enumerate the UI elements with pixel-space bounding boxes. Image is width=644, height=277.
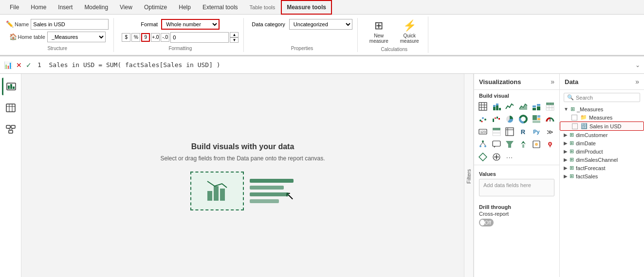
formula-close-btn[interactable]: ✕ (16, 61, 22, 69)
tree-item-dimproduct[interactable]: ▶ ⊞ dimProduct (560, 147, 644, 156)
currency-btn[interactable]: $ (122, 33, 130, 42)
values-label: Values (479, 171, 554, 177)
viz-icon-diamond[interactable] (477, 151, 489, 163)
build-visual-label: Build visual (474, 90, 559, 101)
tab-optimize[interactable]: Optimize (138, 0, 173, 15)
svg-rect-24 (496, 104, 498, 105)
data-panel-expand-btn[interactable]: » (635, 78, 639, 86)
formatting-group: Format Whole number $ % 9 +.0 -.0 ▲ ▼ (120, 18, 244, 52)
viz-icon-funnel[interactable] (504, 138, 515, 150)
tree-chevron-measures: ▼ (564, 106, 569, 112)
viz-icon-waterfall[interactable] (491, 113, 502, 125)
formula-check-btn[interactable]: ✓ (26, 61, 32, 69)
viz-icon-scatter[interactable] (477, 113, 489, 125)
data-category-dropdown[interactable]: Uncategorized (289, 19, 352, 30)
svg-rect-65 (493, 141, 500, 146)
hometable-label: Home table (18, 34, 45, 40)
viz-icon-plus[interactable] (491, 151, 502, 163)
tree-item-dimsaleschannel[interactable]: ▶ ⊞ dimSalesChannel (560, 156, 644, 164)
sidebar-report-view[interactable] (2, 78, 19, 95)
viz-icon-more[interactable]: ≫ (544, 126, 556, 138)
tree-chevron-dimproduct: ▶ (564, 149, 568, 154)
format-label: Format (141, 21, 159, 27)
svg-text:123: 123 (480, 130, 486, 134)
tree-item-factforecast[interactable]: ▶ ⊞ factForecast (560, 164, 644, 172)
viz-icon-treemap[interactable] (531, 113, 542, 125)
tab-external-tools[interactable]: External tools (197, 0, 244, 15)
tab-help[interactable]: Help (173, 0, 197, 15)
tree-item-measures[interactable]: ▼ ⊞ _Measures (560, 105, 644, 113)
decimal-increase-btn[interactable]: +.0 (151, 33, 160, 42)
svg-rect-33 (546, 108, 554, 110)
viz-panel-expand-btn[interactable]: » (551, 78, 554, 86)
checkbox-sales-in-usd[interactable] (572, 123, 578, 129)
viz-icon-decomp[interactable] (477, 138, 489, 150)
viz-icon-stacked-bar[interactable] (491, 101, 502, 112)
new-measure-btn[interactable]: ⊞ Newmeasure (366, 17, 392, 46)
viz-icon-r[interactable]: R (517, 126, 529, 138)
viz-icon-table[interactable] (477, 101, 489, 112)
viz-icon-donut[interactable] (517, 113, 529, 125)
tab-view[interactable]: View (114, 0, 138, 15)
tab-home[interactable]: Home (25, 0, 52, 15)
filters-label: Filters (466, 169, 472, 184)
svg-rect-16 (479, 103, 487, 110)
viz-icon-gauge[interactable] (544, 113, 556, 125)
tab-modeling[interactable]: Modeling (78, 0, 114, 15)
tree-item-factsales[interactable]: ▶ ⊞ factSales (560, 172, 644, 180)
filters-panel[interactable]: Filters (464, 74, 474, 277)
viz-icon-card[interactable]: 123 (477, 126, 489, 138)
canvas-area: Build visuals with your data Select or d… (21, 74, 464, 277)
viz-icon-py[interactable]: Py (531, 126, 542, 138)
add-data-fields-drop[interactable]: Add data fields here (479, 179, 554, 196)
tab-measure-tools[interactable]: Measure tools (281, 0, 332, 15)
viz-icon-area[interactable] (517, 101, 529, 112)
tab-file[interactable]: File (4, 0, 25, 15)
structure-group: ✏️ Name 🏠 Home table _Measures Structure (4, 18, 114, 52)
search-input[interactable] (576, 95, 637, 101)
hometable-row: 🏠 Home table _Measures (9, 32, 106, 42)
viz-icon-table3[interactable] (504, 126, 515, 138)
sidebar-table-view[interactable] (2, 99, 19, 117)
tree-item-measures-folder[interactable]: 📁 Measures (560, 113, 644, 121)
decimal-decrease-btn[interactable]: -.0 (161, 33, 169, 42)
tree-item-dimdate[interactable]: ▶ ⊞ dimDate (560, 139, 644, 147)
svg-point-39 (481, 121, 483, 122)
cross-report-toggle[interactable]: Off (479, 219, 494, 226)
viz-icon-pie[interactable] (504, 113, 515, 125)
decimal-up-btn[interactable]: ▲ (230, 32, 239, 37)
svg-rect-42 (497, 117, 498, 119)
quick-measure-btn[interactable]: ⚡ Quickmeasure (396, 17, 423, 46)
comma-btn[interactable]: 9 (141, 33, 150, 42)
hometable-dropdown[interactable]: _Measures (47, 32, 106, 42)
svg-rect-55 (493, 131, 500, 133)
percent-btn[interactable]: % (131, 33, 140, 42)
viz-icon-kpi[interactable] (517, 138, 529, 150)
tab-insert[interactable]: Insert (52, 0, 78, 15)
format-dropdown[interactable]: Whole number (161, 19, 220, 30)
viz-icon-map[interactable] (544, 138, 556, 150)
formula-expand-btn[interactable]: ⌄ (635, 62, 640, 69)
tree-item-sales-in-usd[interactable]: 🔢 Sales in USD (560, 121, 644, 131)
name-input[interactable] (31, 19, 109, 30)
viz-icon-box[interactable] (531, 138, 542, 150)
tree-item-dimcustomer[interactable]: ▶ ⊞ dimCustomer (560, 131, 644, 139)
canvas-subtitle: Select or drag fields from the Data pane… (160, 155, 325, 162)
viz-icon-matrix[interactable] (544, 101, 556, 112)
viz-icon-ellipsis[interactable]: ··· (504, 151, 515, 163)
viz-icon-table2[interactable] (491, 126, 502, 138)
table-icon-dimdate: ⊞ (570, 140, 574, 146)
checkbox-measures-folder[interactable] (571, 115, 577, 121)
svg-rect-8 (6, 125, 10, 128)
decimal-down-btn[interactable]: ▼ (230, 37, 239, 43)
tab-table-tools[interactable]: Table tools (244, 0, 281, 15)
viz-icon-line[interactable] (504, 101, 515, 112)
svg-point-37 (482, 117, 484, 119)
formula-input[interactable] (36, 60, 631, 69)
data-category-label: Data category (252, 21, 285, 27)
decimal-input[interactable] (170, 32, 229, 43)
viz-icon-chat[interactable] (491, 138, 502, 150)
svg-rect-40 (493, 119, 494, 122)
viz-icon-clustered-bar[interactable] (531, 101, 542, 112)
sidebar-model-view[interactable] (2, 121, 19, 138)
